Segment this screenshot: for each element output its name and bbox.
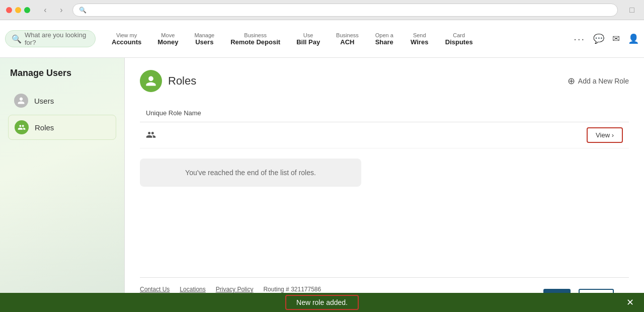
routing-number: Routing # 321177586: [263, 286, 321, 293]
more-button[interactable]: ···: [574, 33, 585, 45]
add-icon: ⊕: [568, 75, 575, 87]
sidebar-item-users[interactable]: Users: [8, 89, 116, 113]
roles-icon: [15, 120, 29, 134]
chat-icon[interactable]: 💬: [593, 33, 604, 44]
top-nav: 🔍 What are you looking for? View my Acco…: [0, 20, 644, 58]
end-of-list-message: You've reached the end of the list of ro…: [140, 159, 361, 187]
nav-item-top: Card: [453, 32, 465, 38]
nav-item-top: Business: [244, 32, 267, 38]
nav-arrows: ‹ ›: [38, 3, 68, 17]
role-group-icon: [146, 131, 156, 140]
fullscreen-button[interactable]: [24, 7, 30, 13]
locations-link[interactable]: Locations: [180, 286, 205, 293]
search-icon: 🔍: [79, 7, 87, 14]
view-button[interactable]: View ›: [587, 127, 623, 143]
users-icon: [14, 94, 28, 108]
nav-item-bill-pay[interactable]: Use Bill Pay: [288, 28, 328, 50]
privacy-policy-link[interactable]: Privacy Policy: [216, 286, 254, 293]
minimize-button[interactable]: [15, 7, 21, 13]
toast-close-button[interactable]: ✕: [626, 297, 634, 308]
toast-bar: New role added. ✕: [0, 293, 644, 312]
nav-item-top: Send: [413, 32, 426, 38]
content-title-group: Roles: [140, 70, 196, 92]
nav-item-bottom: ACH: [340, 38, 354, 46]
table-row: View ›: [140, 122, 629, 148]
nav-item-accounts[interactable]: View my Accounts: [104, 28, 149, 50]
browser-icons: □: [626, 4, 638, 16]
roles-page-icon: [140, 70, 162, 92]
role-icon-cell: [140, 122, 425, 148]
traffic-lights: [6, 7, 30, 13]
add-new-role-label: Add a New Role: [578, 77, 629, 85]
nav-item-top: Move: [161, 32, 175, 38]
page-title: Roles: [168, 74, 196, 88]
nav-item-money[interactable]: Move Money: [149, 28, 186, 50]
forward-button[interactable]: ›: [54, 3, 68, 17]
sidebar: Manage Users Users Roles: [0, 58, 125, 312]
roles-table: Unique Role Name: [140, 104, 629, 148]
nav-item-bottom: Users: [195, 38, 213, 46]
nav-item-top: Open a: [375, 32, 393, 38]
nav-item-top: Business: [336, 32, 359, 38]
nav-item-bottom: Wires: [411, 38, 428, 46]
nav-item-remote-deposit[interactable]: Business Remote Deposit: [222, 28, 288, 50]
view-cell: View ›: [425, 122, 629, 148]
browser-chrome: ‹ › 🔍 □: [0, 0, 644, 20]
nav-item-bottom: Remote Deposit: [230, 38, 280, 46]
sidebar-item-label: Users: [34, 97, 54, 105]
contact-us-link[interactable]: Contact Us: [140, 286, 170, 293]
nav-item-bottom: Accounts: [112, 38, 141, 46]
nav-item-ach[interactable]: Business ACH: [328, 28, 367, 50]
nav-item-bottom: Money: [157, 38, 178, 46]
share-icon[interactable]: □: [626, 4, 638, 16]
search-placeholder: What are you looking for?: [25, 31, 89, 46]
content-header: Roles ⊕ Add a New Role: [140, 70, 629, 92]
nav-item-bottom: Bill Pay: [296, 38, 320, 46]
column-header-action: [425, 104, 629, 122]
mail-icon[interactable]: ✉: [612, 33, 620, 44]
app: 🔍 What are you looking for? View my Acco…: [0, 20, 644, 312]
nav-item-top: Use: [303, 32, 313, 38]
nav-item-top: Manage: [194, 32, 214, 38]
nav-item-wires[interactable]: Send Wires: [402, 28, 437, 50]
content-area: Roles ⊕ Add a New Role Unique Role Name: [125, 58, 644, 312]
nav-item-users[interactable]: Manage Users: [186, 28, 222, 50]
nav-item-share[interactable]: Open a Share: [367, 28, 402, 50]
nav-items: View my Accounts Move Money Manage Users…: [104, 28, 574, 50]
column-header-role-name: Unique Role Name: [140, 104, 425, 122]
address-bar[interactable]: 🔍: [72, 4, 618, 17]
toast-message-wrapper: New role added.: [285, 295, 359, 310]
add-new-role-button[interactable]: ⊕ Add a New Role: [568, 75, 629, 87]
toast-message: New role added.: [296, 298, 348, 306]
close-button[interactable]: [6, 7, 12, 13]
sidebar-item-label: Roles: [35, 123, 54, 132]
back-button[interactable]: ‹: [38, 3, 52, 17]
nav-right: ··· 💬 ✉ 👤: [574, 33, 639, 45]
nav-item-top: View my: [116, 32, 137, 38]
main-area: Manage Users Users Roles: [0, 58, 644, 312]
sidebar-item-roles[interactable]: Roles: [8, 115, 116, 140]
nav-item-disputes[interactable]: Card Disputes: [437, 28, 481, 50]
nav-item-bottom: Disputes: [445, 38, 473, 46]
user-icon[interactable]: 👤: [628, 33, 639, 44]
search-bar[interactable]: 🔍 What are you looking for?: [5, 30, 96, 47]
nav-item-bottom: Share: [375, 38, 393, 46]
sidebar-title: Manage Users: [8, 68, 116, 79]
search-icon: 🔍: [12, 34, 22, 44]
